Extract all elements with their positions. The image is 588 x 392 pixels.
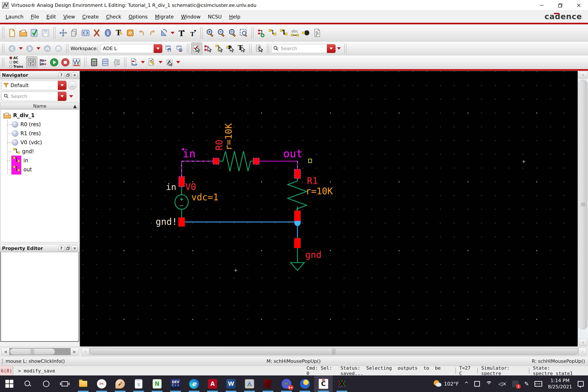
- setup-outputs-button[interactable]: [38, 56, 48, 68]
- label-r1-value[interactable]: r=10K: [306, 186, 333, 196]
- tree-root-row[interactable]: R_div_1: [1, 111, 79, 120]
- chat-app-button[interactable]: 🎮9+: [277, 376, 296, 392]
- panel-scroll-left-button[interactable]: ◀: [1, 348, 10, 356]
- menu-launch[interactable]: Launch: [6, 14, 24, 20]
- scroll-down-button[interactable]: ∨: [579, 339, 587, 346]
- results-browser-button[interactable]: {: [111, 56, 122, 68]
- netlist-and-run-button[interactable]: [128, 56, 140, 68]
- toolbar-handle[interactable]: [124, 58, 126, 67]
- toolbar-handle[interactable]: [66, 44, 68, 53]
- label-r0-name[interactable]: R0: [214, 140, 224, 150]
- add-wide-wire-button[interactable]: [278, 27, 289, 39]
- close-button[interactable]: [570, 0, 588, 11]
- add-wire-button[interactable]: [267, 27, 278, 39]
- navigator-float-button[interactable]: [65, 72, 71, 78]
- delete-workspace-button[interactable]: [174, 42, 185, 54]
- zoom-fit-button[interactable]: [227, 27, 238, 39]
- tree-item-in[interactable]: in: [1, 156, 79, 165]
- tree-item-out[interactable]: out: [1, 165, 79, 174]
- menu-edit[interactable]: Edit: [46, 14, 56, 20]
- results-table-button[interactable]: [100, 56, 111, 68]
- weather-widget[interactable]: 102°F: [433, 380, 459, 388]
- enlarge-text-button[interactable]: T: [176, 27, 187, 39]
- shrink-text-button[interactable]: T: [187, 27, 198, 39]
- panel-scroll-track[interactable]: [10, 348, 70, 355]
- search-options-dropdown[interactable]: [337, 47, 341, 50]
- property-editor-help-button[interactable]: ?: [58, 246, 64, 251]
- terminal-r0-left[interactable]: [213, 158, 219, 164]
- menu-create[interactable]: Create: [82, 14, 99, 20]
- zoom-to-area-button[interactable]: [238, 27, 249, 39]
- stop-simulation-button[interactable]: [60, 56, 71, 68]
- vcxsrv-button[interactable]: [240, 376, 259, 392]
- component-r1[interactable]: [288, 178, 307, 210]
- copy-button[interactable]: [69, 27, 80, 39]
- tablet-mode-icon[interactable]: [474, 381, 480, 387]
- workspace-select[interactable]: ADE L: [100, 44, 162, 53]
- toolbar-handle[interactable]: [2, 27, 4, 39]
- notification-center-icon[interactable]: [578, 381, 584, 387]
- navigator-header[interactable]: Navigator ? ×: [0, 71, 80, 79]
- property-editor-body[interactable]: [0, 252, 79, 342]
- back-history-dropdown[interactable]: [19, 47, 23, 50]
- navigator-filter-select[interactable]: Default: [1, 80, 66, 90]
- navigator-search-cap[interactable]: [58, 92, 66, 101]
- notepad-plus-plus-button[interactable]: N: [148, 376, 166, 392]
- add-pin-button[interactable]: [300, 27, 312, 39]
- thunderbird-button[interactable]: [296, 376, 314, 392]
- vertical-scroll-thumb[interactable]: [579, 80, 587, 329]
- stretch-button[interactable]: [80, 27, 91, 39]
- rotate-dropdown[interactable]: [171, 32, 174, 34]
- wire-net-gnd[interactable]: [185, 222, 298, 238]
- check-and-save-button[interactable]: [29, 27, 40, 39]
- canvas-scroll-right-button[interactable]: ›: [578, 348, 587, 356]
- workspace-dropdown-cap[interactable]: [154, 44, 162, 53]
- tree-item-r0[interactable]: R0 (res): [1, 120, 79, 129]
- netlist-run-dropdown[interactable]: [141, 61, 145, 64]
- radio-trans[interactable]: Trans: [10, 64, 23, 68]
- task-view-button[interactable]: [56, 376, 74, 392]
- forward-history-dropdown[interactable]: [36, 47, 40, 50]
- forward-button[interactable]: [24, 42, 35, 54]
- property-editor-float-button[interactable]: [65, 246, 71, 251]
- label-v0-name[interactable]: V0: [185, 182, 196, 192]
- undo-button[interactable]: [136, 27, 147, 39]
- add-label-button[interactable]: abc: [289, 27, 300, 39]
- snipping-tool-button[interactable]: ✂: [92, 376, 111, 392]
- net-label-out[interactable]: out: [283, 148, 302, 160]
- schematic-canvas[interactable]: in out R0 r=10K R1 r=10K in V0 vdc=1 gnd…: [80, 71, 578, 346]
- volume-muted-icon[interactable]: ◁×: [498, 381, 507, 387]
- toolbar-search-box[interactable]: Search: [271, 44, 336, 53]
- probe-button[interactable]: [164, 56, 175, 68]
- command-text[interactable]: > modify_save: [18, 368, 55, 374]
- rotate-button[interactable]: [158, 27, 169, 39]
- run-simulation-button[interactable]: [48, 56, 60, 68]
- edit-setup-button[interactable]: [146, 56, 157, 68]
- component-r0[interactable]: [219, 151, 254, 171]
- sync-app-icon[interactable]: 1: [512, 380, 518, 387]
- canvas-horizontal-scrollbar[interactable]: ‹ ›: [81, 348, 587, 356]
- touch-keyboard-icon[interactable]: [534, 381, 542, 387]
- up-to-top-button[interactable]: [53, 42, 64, 54]
- edge-button[interactable]: e: [185, 376, 203, 392]
- panel-scroll-right-button[interactable]: ▶: [70, 348, 79, 356]
- toolbar-handle[interactable]: [84, 58, 86, 67]
- selection-mode-all-button[interactable]: [191, 42, 202, 54]
- label-r0-value[interactable]: r=10K: [223, 123, 234, 150]
- query-properties-button[interactable]: [254, 42, 265, 54]
- wifi-icon[interactable]: [486, 381, 493, 387]
- restore-button[interactable]: [551, 0, 570, 11]
- panel-horizontal-scrollbar[interactable]: ◀ ▶: [1, 348, 79, 356]
- selection-mode-instance-button[interactable]: [202, 42, 214, 54]
- probe-dropdown[interactable]: [176, 61, 180, 64]
- scroll-up-button[interactable]: ∧: [579, 71, 587, 79]
- up-hierarchy-button[interactable]: [42, 42, 53, 54]
- plot-outputs-button[interactable]: [71, 56, 82, 68]
- xserver-button[interactable]: X: [333, 376, 351, 392]
- navigator-filter-cap[interactable]: [58, 81, 66, 90]
- selection-mode-text-button[interactable]: T: [236, 42, 247, 54]
- menu-options[interactable]: Options: [128, 14, 148, 20]
- history-count-box[interactable]: 6(8): [0, 366, 13, 376]
- save-workspace-button[interactable]: [162, 42, 174, 54]
- menu-migrate[interactable]: Migrate: [155, 14, 174, 20]
